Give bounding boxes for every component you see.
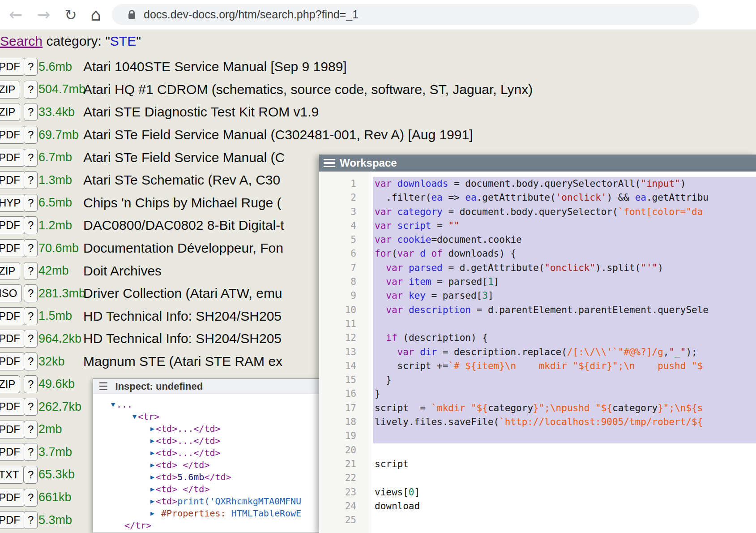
code-line[interactable]: script +=`# ${item}\n mkdir "${dir}";\n … (373, 359, 756, 373)
workspace-titlebar[interactable]: Workspace (319, 155, 756, 172)
code-token: "input" (641, 178, 680, 189)
help-button[interactable]: ? (24, 421, 38, 438)
tree-node[interactable]: ▼<tr> (93, 411, 321, 423)
code-editor[interactable]: var downloads = document.body.querySelec… (369, 172, 756, 533)
address-bar[interactable]: docs.dev-docs.org/htm/search.php?find=_1 (112, 4, 699, 25)
file-type-badge[interactable]: TXT (0, 466, 24, 484)
collapse-arrow-icon[interactable]: ▶ (150, 509, 154, 517)
code-line[interactable]: var downloads = document.body.querySelec… (373, 177, 756, 191)
file-type-badge[interactable]: ZIP (0, 81, 20, 99)
help-cell: ? (21, 239, 38, 257)
menu-icon[interactable]: ☰ (98, 381, 108, 392)
tree-node[interactable]: ▶<td> </td> (93, 459, 321, 471)
collapse-arrow-icon[interactable]: ▶ (150, 449, 154, 457)
forward-icon[interactable]: → (37, 7, 50, 23)
code-line[interactable] (373, 443, 756, 457)
code-line[interactable]: var script = "" (373, 219, 756, 233)
code-line[interactable]: var key = parsed[3] (373, 289, 756, 303)
file-size: 661kb (38, 490, 83, 504)
collapse-arrow-icon[interactable]: ▶ (150, 461, 154, 469)
help-button[interactable]: ? (24, 375, 38, 393)
reload-icon[interactable]: ↻ (64, 8, 77, 22)
file-title: Documentation Développeur, Fon (83, 241, 283, 256)
help-button[interactable]: ? (24, 103, 38, 121)
help-button[interactable]: ? (24, 511, 38, 529)
help-button[interactable]: ? (24, 284, 38, 302)
code-token: var (386, 276, 409, 287)
code-line[interactable]: download (373, 499, 756, 513)
code-line[interactable]: lively.files.saveFile(`http://localhost:… (373, 415, 756, 429)
url-text[interactable]: docs.dev-docs.org/htm/search.php?find=_1 (144, 8, 359, 21)
code-line[interactable]: var description = d.parentElement.parent… (373, 303, 756, 317)
code-line[interactable]: } (373, 373, 756, 387)
help-button[interactable]: ? (24, 330, 38, 348)
tree-node-text: ... (116, 399, 132, 410)
code-line[interactable] (373, 513, 756, 527)
code-line[interactable]: script (373, 457, 756, 471)
code-line[interactable]: var cookie=document.cookie (373, 233, 756, 247)
code-line[interactable]: var parsed = d.getAttribute("onclick").s… (373, 261, 756, 275)
help-button[interactable]: ? (24, 352, 38, 370)
tree-node[interactable]: ▶<td>...</td> (93, 423, 321, 435)
code-line[interactable]: for(var d of downloads) { (373, 247, 756, 261)
help-button[interactable]: ? (24, 262, 38, 280)
help-button[interactable]: ? (24, 443, 38, 461)
help-button[interactable]: ? (24, 194, 38, 212)
code-line[interactable] (373, 471, 756, 485)
help-button[interactable]: ? (24, 239, 38, 257)
menu-icon[interactable] (324, 157, 335, 169)
tree-node[interactable]: </tr> (93, 520, 321, 532)
back-icon[interactable]: ← (9, 7, 22, 23)
expand-arrow-icon[interactable]: ▼ (132, 413, 137, 421)
file-type-badge[interactable]: ZIP (0, 103, 20, 121)
code-line[interactable] (373, 429, 756, 443)
inspect-titlebar[interactable]: ☰ Inspect: undefined (93, 379, 321, 394)
code-token: ) (680, 178, 686, 189)
file-type-badge[interactable]: ZIP (0, 262, 20, 280)
code-token (426, 248, 431, 259)
help-cell: ? (21, 171, 38, 189)
code-line[interactable] (373, 317, 756, 331)
collapse-arrow-icon[interactable]: ▶ (150, 497, 154, 505)
collapse-arrow-icon[interactable]: ▶ (150, 425, 154, 433)
help-button[interactable]: ? (24, 489, 38, 507)
help-button[interactable]: ? (24, 398, 38, 416)
tree-node[interactable]: ▶<td> </td> (93, 483, 321, 495)
code-line[interactable]: script = `mkdir "${category}";\npushd "$… (373, 401, 756, 415)
home-icon[interactable]: ⌂ (90, 6, 101, 23)
tree-node[interactable]: ▶ #Properties: HTMLTableRowE (93, 507, 321, 520)
code-line[interactable]: if (description) { (373, 331, 756, 345)
help-button[interactable]: ? (24, 58, 38, 76)
file-type-badge[interactable]: ISO (0, 284, 22, 302)
help-button[interactable]: ? (24, 466, 38, 484)
file-type-badge[interactable]: ZIP (0, 375, 20, 393)
help-button[interactable]: ? (24, 126, 38, 144)
tree-node[interactable]: ▶<td>...</td> (93, 447, 321, 459)
help-button[interactable]: ? (24, 307, 38, 325)
file-type-cell: PDF (0, 171, 21, 189)
help-button[interactable]: ? (24, 149, 38, 167)
code-line[interactable]: views[0] (373, 486, 756, 499)
code-token: var (375, 234, 397, 245)
code-token (375, 305, 386, 315)
code-token: 0 (409, 487, 414, 498)
expand-arrow-icon[interactable]: ▼ (111, 400, 115, 408)
code-line[interactable]: var dir = description.replace(/[:\/\\'`"… (373, 345, 756, 359)
tree-node[interactable]: ▼... (93, 399, 321, 411)
collapse-arrow-icon[interactable]: ▶ (150, 437, 154, 445)
search-link[interactable]: Search (0, 34, 43, 48)
help-button[interactable]: ? (24, 171, 38, 189)
tree-node[interactable]: ▶<td>print('QXRhcmkgMTA0MFNU (93, 495, 321, 507)
collapse-arrow-icon[interactable]: ▶ (150, 473, 154, 481)
collapse-arrow-icon[interactable]: ▶ (150, 485, 154, 493)
line-number: 8 (319, 275, 369, 289)
code-line[interactable]: } (373, 387, 756, 401)
code-line[interactable]: .filter(ea => ea.getAttribute('onclick')… (373, 191, 756, 205)
file-size: 281.3mb (38, 287, 83, 301)
tree-node[interactable]: ▶<td>...</td> (93, 435, 321, 447)
tree-node[interactable]: ▶<td>5.6mb</td> (93, 471, 321, 483)
code-line[interactable]: var item = parsed[1] (373, 275, 756, 289)
code-line[interactable]: var category = document.body.querySelect… (373, 205, 756, 219)
help-button[interactable]: ? (24, 216, 38, 234)
help-button[interactable]: ? (24, 81, 38, 99)
